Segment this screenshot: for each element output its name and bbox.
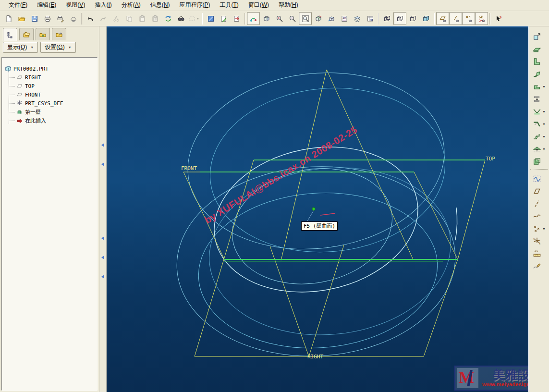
find-button[interactable] xyxy=(174,12,187,25)
wall-merge-button[interactable] xyxy=(529,93,548,105)
dropdown-arrow-icon[interactable]: ▼ xyxy=(542,227,546,231)
saved-views-button[interactable] xyxy=(312,12,325,25)
copy-button[interactable] xyxy=(122,12,135,25)
tree-item-PRT_CSYS_DEF[interactable]: PRT_CSYS_DEF xyxy=(2,99,97,108)
context-help-button[interactable]: ? xyxy=(492,12,505,25)
dropdown-arrow-icon[interactable]: ▼ xyxy=(542,135,546,138)
redo-button[interactable] xyxy=(97,12,110,25)
graphics-area[interactable]: FRONT TOP RIGHT F5 (壁曲面) by XUFULAI@bbs.… xyxy=(107,26,528,392)
dropdown-arrow-icon: ▼ xyxy=(30,46,34,49)
undo-button[interactable] xyxy=(84,12,97,25)
menu-t[interactable]: 工具(T) xyxy=(215,0,243,11)
bend-button[interactable]: ▼ xyxy=(529,105,548,118)
navigator-tab-model-tree[interactable] xyxy=(3,28,17,41)
wall-icon xyxy=(16,109,23,115)
datum-curve-tool-button[interactable] xyxy=(529,210,548,222)
tree-item-第一壁[interactable]: 第一壁 xyxy=(2,108,97,116)
save-button[interactable] xyxy=(28,12,41,25)
datum-axes-toggle-button[interactable] xyxy=(449,12,462,25)
erase-display-button[interactable] xyxy=(67,12,80,25)
menu-a[interactable]: 分析(A) xyxy=(117,0,146,11)
sash-collapse-arrow[interactable] xyxy=(101,275,104,279)
display-shaded-button[interactable] xyxy=(419,12,432,25)
menu-w[interactable]: 窗口(W) xyxy=(244,0,274,11)
sash-collapse-arrow[interactable] xyxy=(101,162,104,166)
edge-bend-button[interactable]: ▼ xyxy=(529,118,548,130)
menu-f[interactable]: 文件(F) xyxy=(4,0,32,11)
datum-planes-toggle-button[interactable] xyxy=(436,12,449,25)
find-icon xyxy=(177,15,185,23)
dropdown-arrow-icon[interactable]: ▼ xyxy=(542,147,546,151)
navigator-tab-folder-browser[interactable] xyxy=(19,28,34,40)
update-screen-button[interactable] xyxy=(161,12,174,25)
cut-button[interactable] xyxy=(110,12,122,25)
datum-plane-tool-button[interactable] xyxy=(529,185,548,197)
appearance-button[interactable]: AB xyxy=(338,12,351,25)
sketch-page-button[interactable] xyxy=(217,12,230,25)
planar-bend-button[interactable]: ▼ xyxy=(529,130,548,143)
select-box-button[interactable]: ▼ xyxy=(187,12,200,25)
feature-tooltip: F5 (壁曲面) xyxy=(301,221,338,231)
datum-point-tool-button[interactable]: ▼ xyxy=(529,222,548,235)
datum-csys-tool-button[interactable]: yx xyxy=(529,235,548,247)
dropdown-arrow-icon[interactable]: ▼ xyxy=(196,17,200,20)
menu-h[interactable]: 帮助(H) xyxy=(274,0,303,11)
dropdown-arrow-icon[interactable]: ▼ xyxy=(542,122,546,126)
display-hidden-line-button[interactable] xyxy=(393,12,406,25)
sash-collapse-arrow[interactable] xyxy=(101,143,104,147)
spinal-bend-button[interactable] xyxy=(529,172,548,185)
sash-collapse-arrow[interactable] xyxy=(101,256,104,259)
measure-tool-button[interactable] xyxy=(529,247,548,260)
refit-button[interactable] xyxy=(299,12,312,25)
show-dropdown-button[interactable]: 显示(Q)▼ xyxy=(3,42,38,53)
die-form-button[interactable] xyxy=(529,155,548,168)
dropdown-arrow-icon[interactable]: ▼ xyxy=(542,85,546,88)
zoom-in-button[interactable] xyxy=(273,12,286,25)
datum-points-toggle-button[interactable] xyxy=(462,12,475,25)
wall-flange-button[interactable] xyxy=(529,55,548,68)
zoom-out-button[interactable] xyxy=(286,12,299,25)
display-wireframe-button[interactable] xyxy=(380,12,393,25)
menu-i[interactable]: 插入(I) xyxy=(90,0,116,11)
tree-item-在此插入[interactable]: 在此插入 xyxy=(2,116,97,125)
paste-special-button[interactable] xyxy=(148,12,161,25)
tree-item-PRT0002.PRT[interactable]: PRT0002.PRT xyxy=(2,64,97,73)
sketch-tool-button[interactable] xyxy=(529,260,548,272)
wall-twist-button[interactable] xyxy=(529,68,548,80)
flat-unbend-button[interactable]: ▼ xyxy=(529,143,548,155)
paste-button[interactable] xyxy=(135,12,148,25)
selection-preview xyxy=(307,208,335,221)
datum-axis-tool-button[interactable] xyxy=(529,197,548,210)
print-button[interactable] xyxy=(41,12,54,25)
button-label: 设置(G) xyxy=(45,43,64,51)
dropdown-arrow-icon[interactable]: ▼ xyxy=(542,110,546,113)
menu-p[interactable]: 应用程序(P) xyxy=(174,0,215,11)
layers-button[interactable] xyxy=(351,12,364,25)
orient-mode-button[interactable] xyxy=(260,12,273,25)
panel-sash[interactable] xyxy=(99,26,107,392)
navigator-tab-favorites[interactable] xyxy=(36,28,50,40)
menu-v[interactable]: 视图(V) xyxy=(61,0,90,11)
display-no-hidden-button[interactable] xyxy=(406,12,419,25)
view-manager-button[interactable] xyxy=(364,12,377,25)
wall-flat-button[interactable] xyxy=(529,43,548,55)
menu-e[interactable]: 编辑(E) xyxy=(32,0,61,11)
settings-dropdown-button[interactable]: 设置(G)▼ xyxy=(40,42,75,53)
layers-icon xyxy=(354,15,361,23)
datum-csys-toggle-button[interactable] xyxy=(475,12,488,25)
tree-item-TOP[interactable]: TOP xyxy=(2,82,97,90)
new-file-button[interactable] xyxy=(2,12,15,25)
regenerate-button[interactable] xyxy=(230,12,243,25)
view-normal-button[interactable] xyxy=(325,12,338,25)
tree-item-FRONT[interactable]: FRONT xyxy=(2,90,97,99)
menu-n[interactable]: 信息(N) xyxy=(146,0,175,11)
sash-collapse-arrow[interactable] xyxy=(101,236,104,240)
spin-center-button[interactable] xyxy=(247,12,260,25)
wall-options-button[interactable]: ▼ xyxy=(529,80,548,93)
navigator-tab-connections[interactable] xyxy=(52,28,66,40)
wall-extrude-button[interactable] xyxy=(529,30,548,43)
print-setup-button[interactable] xyxy=(54,12,67,25)
tree-item-RIGHT[interactable]: RIGHT xyxy=(2,73,97,82)
open-folder-button[interactable] xyxy=(15,12,28,25)
repaint-button[interactable] xyxy=(204,12,217,25)
